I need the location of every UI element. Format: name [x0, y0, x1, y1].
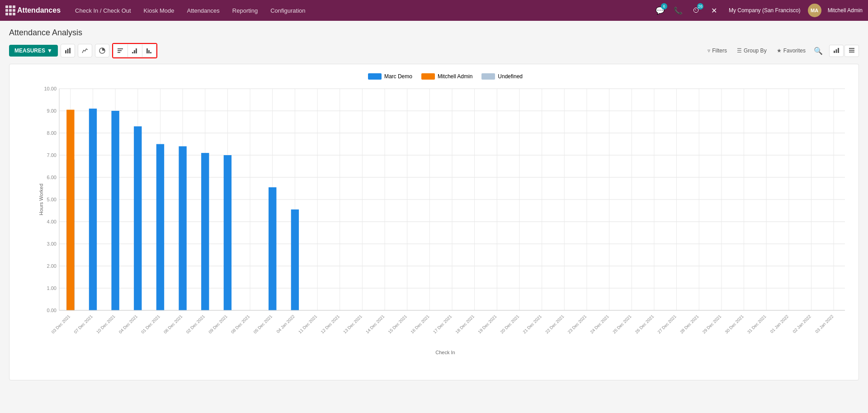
svg-rect-18: [849, 52, 854, 52]
svg-rect-1: [67, 49, 68, 53]
navbar: Attendances Check In / Check Out Kiosk M…: [0, 0, 868, 21]
svg-text:04 Jan 2022: 04 Jan 2022: [275, 314, 296, 334]
sort-default-button[interactable]: [113, 44, 127, 57]
svg-text:26 Dec 2021: 26 Dec 2021: [634, 314, 655, 335]
svg-text:17 Dec 2021: 17 Dec 2021: [432, 314, 453, 335]
chart-legend: Marc Demo Mitchell Admin Undefined: [37, 73, 854, 80]
messages-badge: 6: [661, 3, 667, 9]
svg-text:8.00: 8.00: [47, 130, 57, 136]
list-view-icon: [849, 47, 855, 53]
legend-mitchell-admin: Mitchell Admin: [421, 73, 472, 80]
svg-rect-2: [69, 48, 71, 53]
list-view-button[interactable]: [844, 45, 859, 57]
svg-text:05 Dec 2021: 05 Dec 2021: [252, 314, 273, 335]
avatar[interactable]: MA: [808, 4, 821, 17]
svg-text:19 Dec 2021: 19 Dec 2021: [477, 314, 498, 335]
filters-button[interactable]: ▿ Filters: [704, 46, 731, 56]
svg-text:31 Dec 2021: 31 Dec 2021: [746, 314, 767, 335]
bar-chart-button[interactable]: [61, 44, 75, 57]
svg-rect-15: [838, 48, 839, 53]
svg-rect-13: [834, 51, 835, 53]
phone-icon[interactable]: 📞: [671, 3, 685, 18]
svg-rect-7: [132, 52, 133, 53]
svg-text:14 Dec 2021: 14 Dec 2021: [365, 314, 386, 335]
svg-rect-83: [179, 146, 186, 310]
svg-text:10.00: 10.00: [44, 86, 57, 91]
legend-marc-demo: Marc Demo: [368, 73, 412, 80]
activity-icon[interactable]: ⏲ 26: [689, 3, 703, 18]
nav-kiosk-mode[interactable]: Kiosk Mode: [138, 0, 180, 21]
svg-rect-80: [111, 111, 119, 310]
svg-text:02 Dec 2021: 02 Dec 2021: [185, 314, 206, 335]
svg-text:01 Jan 2022: 01 Jan 2022: [769, 314, 790, 334]
svg-rect-5: [118, 50, 122, 51]
bar-chart-icon: [65, 47, 71, 54]
x-axis-label: Check In: [37, 350, 854, 355]
sort-desc-button[interactable]: [142, 44, 156, 57]
activity-badge: 26: [697, 3, 703, 9]
svg-rect-14: [836, 49, 837, 53]
nav-checkin-checkout[interactable]: Check In / Check Out: [70, 0, 137, 21]
svg-text:4.00: 4.00: [47, 219, 57, 224]
svg-text:9.00: 9.00: [47, 108, 57, 114]
bar-chart-svg: 0.001.002.003.004.005.006.007.008.009.00…: [37, 84, 854, 347]
sort-asc-icon: [132, 47, 138, 54]
pie-chart-icon: [99, 47, 105, 54]
close-icon[interactable]: ✕: [707, 3, 722, 18]
svg-text:27 Dec 2021: 27 Dec 2021: [656, 314, 677, 335]
svg-text:25 Dec 2021: 25 Dec 2021: [612, 314, 632, 335]
nav-reporting[interactable]: Reporting: [227, 0, 263, 21]
legend-undefined-color: [481, 73, 495, 80]
svg-text:18 Dec 2021: 18 Dec 2021: [454, 314, 475, 335]
groupby-button[interactable]: ☰ Group By: [733, 46, 770, 56]
search-button[interactable]: 🔍: [814, 47, 823, 55]
user-name: Mitchell Admin: [828, 7, 863, 14]
legend-mitchell-admin-color: [421, 73, 435, 80]
svg-rect-87: [291, 209, 299, 310]
svg-text:7.00: 7.00: [47, 152, 57, 158]
chart-view-button[interactable]: [829, 45, 844, 57]
sort-desc-icon: [146, 47, 152, 54]
page-title: Attendance Analysis: [9, 28, 859, 38]
favorites-button[interactable]: ★ Favorites: [773, 46, 809, 56]
nav-configuration[interactable]: Configuration: [265, 0, 311, 21]
svg-text:04 Dec 2021: 04 Dec 2021: [118, 314, 138, 335]
messages-icon[interactable]: 💬 6: [653, 3, 667, 18]
svg-text:3.00: 3.00: [47, 241, 57, 247]
pie-chart-button[interactable]: [95, 44, 109, 57]
svg-text:12 Dec 2021: 12 Dec 2021: [320, 314, 340, 335]
svg-text:21 Dec 2021: 21 Dec 2021: [522, 314, 542, 335]
nav-icons: 💬 6 📞 ⏲ 26 ✕ My Company (San Francisco) …: [653, 3, 863, 18]
nav-attendances[interactable]: Attendances: [182, 0, 225, 21]
apps-icon[interactable]: [5, 5, 15, 15]
svg-text:01 Dec 2021: 01 Dec 2021: [140, 314, 161, 335]
svg-rect-6: [118, 52, 120, 53]
svg-text:09 Dec 2021: 09 Dec 2021: [208, 314, 228, 335]
main-content: Attendance Analysis MEASURES ▼: [0, 21, 868, 413]
sort-buttons-group: [112, 43, 157, 58]
svg-rect-78: [66, 110, 74, 310]
app-brand: Attendances: [17, 6, 61, 14]
svg-text:1.00: 1.00: [47, 285, 57, 291]
svg-text:22 Dec 2021: 22 Dec 2021: [544, 314, 565, 335]
svg-text:13 Dec 2021: 13 Dec 2021: [342, 314, 363, 335]
company-name: My Company (San Francisco): [729, 7, 801, 14]
chart-view-icon: [833, 47, 840, 53]
svg-rect-16: [849, 48, 854, 49]
svg-rect-85: [224, 155, 231, 310]
svg-text:5.00: 5.00: [47, 197, 57, 202]
svg-text:28 Dec 2021: 28 Dec 2021: [679, 314, 700, 335]
view-toggle: [829, 45, 859, 57]
svg-text:15 Dec 2021: 15 Dec 2021: [387, 314, 408, 335]
line-chart-icon: [82, 47, 88, 54]
svg-text:Hours Worked: Hours Worked: [38, 184, 44, 215]
sort-asc-button[interactable]: [127, 44, 142, 57]
measures-button[interactable]: MEASURES ▼: [9, 45, 58, 57]
legend-mitchell-admin-label: Mitchell Admin: [438, 73, 472, 80]
app-title: Attendances: [17, 6, 61, 14]
svg-text:06 Dec 2021: 06 Dec 2021: [163, 314, 184, 335]
svg-rect-0: [65, 50, 66, 53]
svg-rect-11: [148, 50, 150, 53]
line-chart-button[interactable]: [78, 44, 92, 57]
svg-rect-12: [150, 52, 151, 53]
